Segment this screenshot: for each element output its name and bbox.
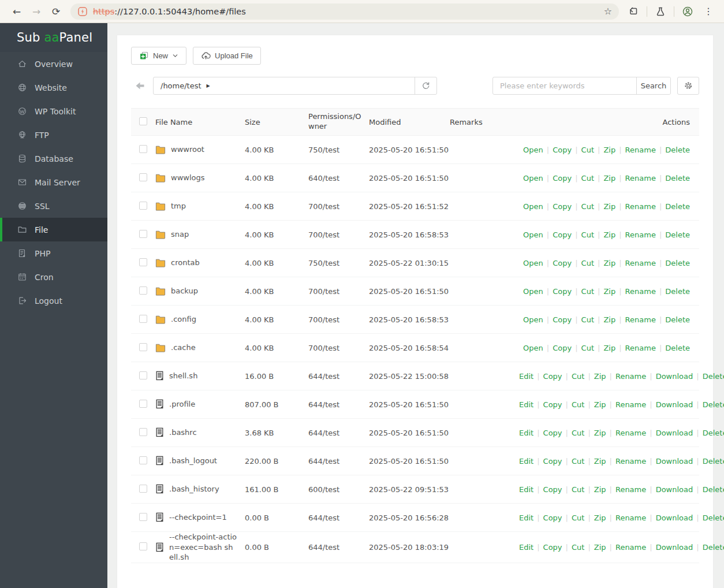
row-checkbox[interactable] — [139, 145, 147, 153]
action-rename[interactable]: Rename — [615, 400, 646, 409]
action-zip[interactable]: Zip — [603, 146, 615, 154]
action-delete[interactable]: Delete — [665, 287, 690, 296]
action-copy[interactable]: Copy — [543, 429, 562, 437]
sidebar-item-ftp[interactable]: FTP — [0, 123, 107, 147]
row-checkbox[interactable] — [139, 428, 147, 436]
action-edit[interactable]: Edit — [519, 400, 533, 409]
action-copy[interactable]: Copy — [543, 513, 562, 522]
sidebar-item-logout[interactable]: Logout — [0, 289, 107, 312]
action-cut[interactable]: Cut — [581, 146, 594, 154]
search-button[interactable]: Search — [636, 77, 670, 94]
action-delete[interactable]: Delete — [703, 513, 724, 522]
action-cut[interactable]: Cut — [581, 287, 594, 296]
action-zip[interactable]: Zip — [603, 202, 615, 211]
row-checkbox[interactable] — [139, 173, 147, 181]
row-checkbox[interactable] — [139, 230, 147, 238]
action-delete[interactable]: Delete — [703, 457, 724, 466]
action-zip[interactable]: Zip — [594, 372, 606, 381]
refresh-button[interactable] — [415, 77, 436, 94]
row-checkbox[interactable] — [139, 485, 147, 493]
row-checkbox[interactable] — [139, 315, 147, 323]
settings-gear-icon[interactable] — [677, 77, 699, 95]
column-remarks[interactable]: Remarks — [450, 118, 519, 126]
sidebar-item-wp-toolkit[interactable]: WP Toolkit — [0, 99, 107, 123]
file-name[interactable]: .config — [171, 314, 196, 325]
action-rename[interactable]: Rename — [615, 485, 646, 494]
row-checkbox[interactable] — [139, 542, 147, 550]
file-name[interactable]: shell.sh — [169, 371, 197, 381]
column-permissions-owner[interactable]: Permissions/Owner — [308, 112, 367, 132]
file-name[interactable]: .cache — [171, 343, 196, 353]
action-rename[interactable]: Rename — [615, 372, 646, 381]
action-edit[interactable]: Edit — [519, 457, 533, 466]
action-open[interactable]: Open — [523, 344, 543, 352]
file-name[interactable]: --checkpoint-action=exec=bash shell.sh — [169, 532, 237, 563]
action-delete[interactable]: Delete — [703, 543, 724, 552]
action-download[interactable]: Download — [656, 485, 693, 494]
action-copy[interactable]: Copy — [543, 400, 562, 409]
profile-icon[interactable] — [679, 3, 696, 20]
file-name[interactable]: crontab — [171, 258, 200, 268]
browser-menu-icon[interactable]: ⋮ — [700, 3, 717, 20]
sidebar-item-overview[interactable]: Overview — [0, 52, 107, 76]
action-open[interactable]: Open — [523, 259, 543, 267]
back-arrow-icon[interactable] — [135, 81, 145, 91]
action-zip[interactable]: Zip — [603, 174, 615, 183]
action-zip[interactable]: Zip — [594, 429, 606, 437]
new-button[interactable]: New — [131, 47, 186, 65]
action-delete[interactable]: Delete — [665, 202, 690, 211]
action-cut[interactable]: Cut — [581, 202, 594, 211]
action-open[interactable]: Open — [523, 230, 543, 239]
action-cut[interactable]: Cut — [572, 457, 584, 466]
action-open[interactable]: Open — [523, 202, 543, 211]
action-open[interactable]: Open — [523, 287, 543, 296]
file-name[interactable]: --checkpoint=1 — [169, 512, 227, 523]
action-copy[interactable]: Copy — [543, 543, 562, 552]
action-cut[interactable]: Cut — [581, 230, 594, 239]
column-file-name[interactable]: File Name — [155, 118, 245, 126]
action-cut[interactable]: Cut — [572, 513, 584, 522]
action-delete[interactable]: Delete — [665, 315, 690, 324]
upload-file-button[interactable]: Upload File — [193, 47, 261, 65]
action-rename[interactable]: Rename — [625, 230, 656, 239]
sidebar-item-database[interactable]: Database — [0, 147, 107, 170]
action-rename[interactable]: Rename — [615, 429, 646, 437]
action-copy[interactable]: Copy — [553, 259, 572, 267]
action-edit[interactable]: Edit — [519, 543, 533, 552]
action-open[interactable]: Open — [523, 315, 543, 324]
action-edit[interactable]: Edit — [519, 513, 533, 522]
file-name[interactable]: snap — [171, 229, 189, 240]
path-input[interactable]: /home/test ▶ — [154, 77, 415, 94]
action-zip[interactable]: Zip — [594, 400, 606, 409]
browser-forward-icon[interactable]: → — [27, 6, 46, 17]
action-zip[interactable]: Zip — [594, 457, 606, 466]
row-checkbox[interactable] — [139, 513, 147, 521]
sidebar-item-php[interactable]: PHP — [0, 241, 107, 265]
action-zip[interactable]: Zip — [603, 315, 615, 324]
action-cut[interactable]: Cut — [581, 315, 594, 324]
action-delete[interactable]: Delete — [703, 429, 724, 437]
action-zip[interactable]: Zip — [594, 513, 606, 522]
action-rename[interactable]: Rename — [615, 457, 646, 466]
file-name[interactable]: wwwlogs — [171, 173, 205, 183]
action-rename[interactable]: Rename — [625, 259, 656, 267]
action-cut[interactable]: Cut — [572, 543, 584, 552]
action-download[interactable]: Download — [656, 543, 693, 552]
action-open[interactable]: Open — [523, 146, 543, 154]
action-delete[interactable]: Delete — [665, 174, 690, 183]
action-rename[interactable]: Rename — [625, 174, 656, 183]
insecure-bolt-icon[interactable] — [77, 6, 88, 17]
action-delete[interactable]: Delete — [665, 259, 690, 267]
flask-icon[interactable] — [652, 3, 669, 20]
action-cut[interactable]: Cut — [581, 174, 594, 183]
file-name[interactable]: .bashrc — [169, 427, 197, 438]
file-name[interactable]: .profile — [169, 399, 195, 410]
sidebar-item-file[interactable]: File — [0, 218, 107, 241]
action-zip[interactable]: Zip — [594, 543, 606, 552]
browser-back-icon[interactable]: ← — [7, 6, 27, 17]
sidebar-item-mail-server[interactable]: Mail Server — [0, 170, 107, 194]
action-zip[interactable]: Zip — [603, 230, 615, 239]
action-copy[interactable]: Copy — [553, 202, 572, 211]
action-cut[interactable]: Cut — [572, 400, 584, 409]
action-copy[interactable]: Copy — [553, 315, 572, 324]
